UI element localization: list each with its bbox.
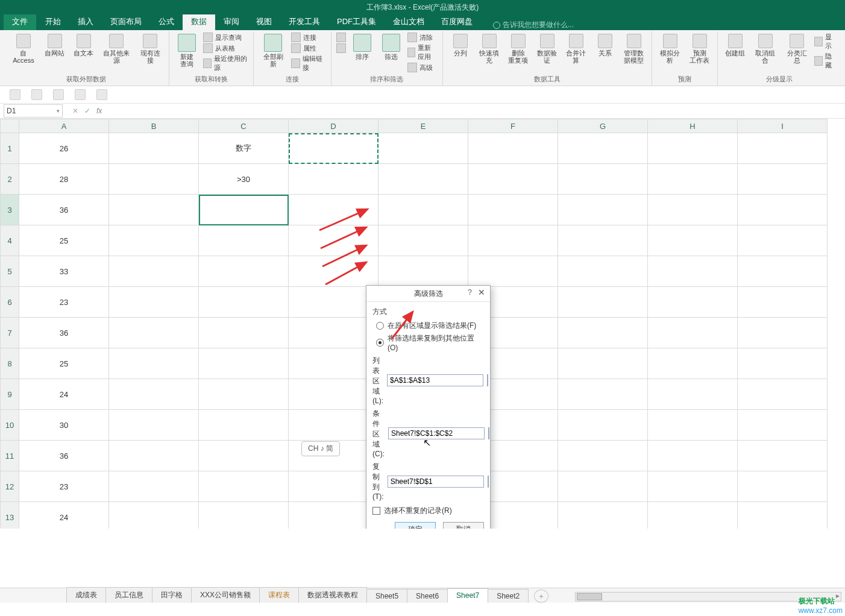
cell-G3[interactable] [558,195,648,225]
cell-D9[interactable] [289,379,379,410]
btn-consolidate[interactable]: 合并计算 [564,33,589,65]
col-header-A[interactable]: A [19,119,109,133]
cell-B3[interactable] [109,195,199,225]
cell-B2[interactable] [109,164,199,195]
cell-D2[interactable] [289,164,379,195]
btn-show-queries[interactable]: 显示查询 [203,33,248,42]
cell-G2[interactable] [558,164,648,195]
btn-sort-za[interactable] [336,43,346,53]
close-icon[interactable]: ✕ [478,288,485,297]
cell-I5[interactable] [738,256,828,287]
cell-G4[interactable] [558,225,648,256]
cell-I8[interactable] [738,348,828,379]
cell-H12[interactable] [648,471,738,502]
btn-filter[interactable]: 筛选 [379,33,404,61]
cell-I9[interactable] [738,379,828,410]
cell-F5[interactable] [468,256,558,287]
cell-H5[interactable] [648,256,738,287]
cell-F4[interactable] [468,225,558,256]
cell-C3[interactable] [199,195,289,225]
btn-manage-model[interactable]: 管理数 据模型 [621,33,647,65]
cell-H6[interactable] [648,287,738,318]
btn-sort[interactable]: 排序 [350,33,375,61]
row-header-11[interactable]: 11 [1,441,19,471]
row-header-8[interactable]: 8 [1,348,19,379]
open-icon[interactable] [75,89,86,100]
cell-H8[interactable] [648,348,738,379]
cell-A13[interactable]: 24 [19,502,109,529]
tell-me-search[interactable]: 告诉我您想要做什么... [493,20,574,30]
btn-sort-az[interactable] [336,33,346,42]
cell-H13[interactable] [648,502,738,529]
range-picker-icon[interactable] [487,374,488,386]
col-header-B[interactable]: B [109,119,199,133]
tab-home[interactable]: 开始 [37,13,69,30]
cell-G6[interactable] [558,287,648,318]
col-header-C[interactable]: C [199,119,289,133]
btn-advanced-filter[interactable]: 高级 [407,63,437,72]
cell-G5[interactable] [558,256,648,287]
cell-D12[interactable] [289,471,379,502]
row-header-1[interactable]: 1 [1,133,19,164]
tab-view[interactable]: 视图 [248,13,280,30]
row-header-12[interactable]: 12 [1,471,19,502]
cell-H7[interactable] [648,318,738,348]
cell-I13[interactable] [738,502,828,529]
cell-C4[interactable] [199,225,289,256]
tab-data[interactable]: 数据 [183,13,215,30]
cell-I6[interactable] [738,287,828,318]
tab-file[interactable]: 文件 [4,13,36,30]
cell-E5[interactable] [379,256,468,287]
tab-pdf[interactable]: PDF工具集 [328,13,385,30]
radio-copy-to[interactable]: 将筛选结果复制到其他位置(O) [376,333,484,352]
btn-existing-conn[interactable]: 现有连接 [137,33,164,65]
name-box[interactable]: D1▾ [4,104,63,118]
cell-I3[interactable] [738,195,828,225]
row-header-10[interactable]: 10 [1,410,19,441]
cell-C10[interactable] [199,410,289,441]
btn-flash-fill[interactable]: 快速填充 [477,33,502,65]
btn-properties[interactable]: 属性 [291,43,326,53]
row-header-9[interactable]: 9 [1,379,19,410]
criteria-range-input[interactable] [388,427,485,439]
cell-G9[interactable] [558,379,648,410]
cell-C5[interactable] [199,256,289,287]
cell-D4[interactable] [289,225,379,256]
col-header-I[interactable]: I [738,119,828,133]
cell-I1[interactable] [738,133,828,164]
row-header-3[interactable]: 3 [1,195,19,225]
btn-data-validation[interactable]: 数据验 证 [535,33,560,65]
cell-E1[interactable] [379,133,468,164]
redo-icon[interactable] [53,89,64,100]
select-all-corner[interactable] [1,119,19,133]
cell-D10[interactable] [289,410,379,441]
cell-D13[interactable] [289,502,379,529]
cell-A10[interactable]: 30 [19,410,109,441]
range-picker-icon[interactable] [488,427,489,439]
cell-G11[interactable] [558,441,648,471]
tab-baidu[interactable]: 百度网盘 [433,13,481,30]
btn-from-web[interactable]: 自网站 [42,33,68,58]
btn-hide-detail[interactable]: 隐藏 [814,52,837,70]
btn-remove-dup[interactable]: 删除 重复项 [506,33,531,65]
cell-I12[interactable] [738,471,828,502]
cell-D7[interactable] [289,318,379,348]
btn-from-other[interactable]: 自其他来源 [100,33,133,65]
dialog-titlebar[interactable]: 高级筛选 ? ✕ [366,286,490,302]
cell-H9[interactable] [648,379,738,410]
cell-A2[interactable]: 28 [19,164,109,195]
cell-C8[interactable] [199,348,289,379]
btn-from-text[interactable]: 自文本 [71,33,96,58]
cell-A12[interactable]: 23 [19,471,109,502]
btn-forecast-sheet[interactable]: 预测 工作表 [687,33,712,65]
cell-I10[interactable] [738,410,828,441]
col-header-F[interactable]: F [468,119,558,133]
col-header-D[interactable]: D [289,119,379,133]
cell-F2[interactable] [468,164,558,195]
btn-from-access[interactable]: 自 Access [8,33,39,65]
row-header-4[interactable]: 4 [1,225,19,256]
cell-C12[interactable] [199,471,289,502]
tab-pagelayout[interactable]: 页面布局 [102,13,150,30]
cell-H1[interactable] [648,133,738,164]
cell-G13[interactable] [558,502,648,529]
